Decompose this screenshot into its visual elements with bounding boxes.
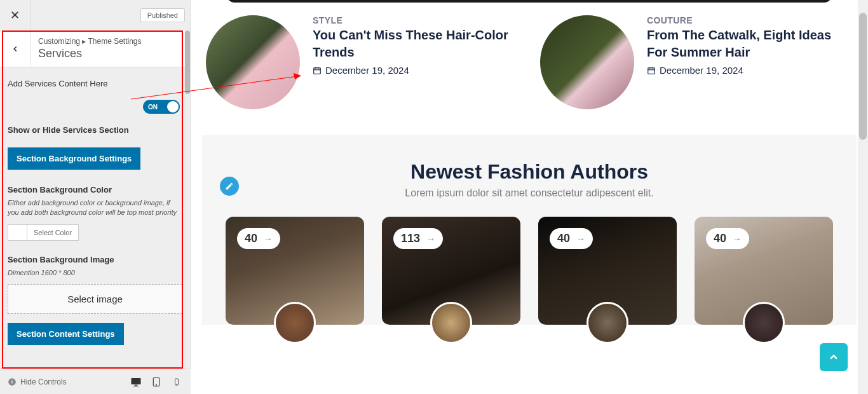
hero-edge bbox=[227, 0, 831, 3]
authors-section: Newest Fashion Authors Lorem ipsum dolor… bbox=[202, 135, 857, 325]
svg-point-5 bbox=[156, 384, 156, 385]
select-color-label: Select Color bbox=[27, 226, 78, 239]
articles-row: STYLE You Can't Miss These Hair-Color Tr… bbox=[202, 6, 857, 135]
panel-body: Add Services Content Here ON Show or Hid… bbox=[0, 79, 190, 345]
chevron-up-icon bbox=[827, 351, 840, 363]
article-card[interactable]: STYLE You Can't Miss These Hair-Color Tr… bbox=[206, 15, 519, 109]
authors-section-title: Newest Fashion Authors bbox=[215, 160, 844, 184]
article-body: COUTURE From The Catwalk, Eight Ideas Fo… bbox=[647, 15, 853, 109]
article-thumbnail bbox=[206, 15, 300, 109]
svg-rect-3 bbox=[133, 386, 139, 386]
author-card[interactable]: 40 → bbox=[538, 217, 677, 325]
arrow-right-icon: → bbox=[264, 234, 273, 244]
panel-heading: Customizing ▸ Theme Settings Services bbox=[0, 31, 190, 67]
arrow-right-icon: → bbox=[733, 234, 742, 244]
author-card[interactable]: 113 → bbox=[382, 217, 520, 325]
hide-controls-button[interactable]: Hide Controls bbox=[8, 377, 67, 386]
author-avatar bbox=[587, 302, 628, 344]
pencil-icon bbox=[225, 182, 234, 191]
article-card[interactable]: COUTURE From The Catwalk, Eight Ideas Fo… bbox=[540, 15, 853, 109]
panel-head-text: Customizing ▸ Theme Settings Services bbox=[31, 31, 149, 67]
show-hide-section-label: Show or Hide Services Section bbox=[8, 125, 182, 135]
svg-rect-2 bbox=[135, 384, 138, 385]
tablet-preview-button[interactable] bbox=[150, 376, 163, 388]
mobile-preview-button[interactable] bbox=[170, 376, 183, 388]
article-category: COUTURE bbox=[647, 15, 853, 25]
scrollbar-thumb[interactable] bbox=[859, 13, 867, 140]
window-scrollbar[interactable] bbox=[858, 0, 868, 394]
calendar-icon bbox=[313, 66, 322, 75]
author-card[interactable]: 40 → bbox=[695, 217, 833, 325]
author-card[interactable]: 40 → bbox=[226, 217, 364, 325]
desktop-preview-button[interactable] bbox=[130, 376, 142, 388]
page-title: Services bbox=[38, 47, 142, 60]
post-count-badge: 40 → bbox=[550, 228, 593, 249]
article-category: STYLE bbox=[313, 15, 519, 25]
preview-content: STYLE You Can't Miss These Hair-Color Tr… bbox=[191, 0, 868, 394]
back-button[interactable] bbox=[0, 31, 31, 67]
hide-controls-label: Hide Controls bbox=[20, 377, 67, 386]
close-button[interactable]: ✕ bbox=[0, 0, 31, 31]
toggle-knob-icon bbox=[167, 101, 179, 112]
author-avatar bbox=[430, 302, 472, 344]
authors-grid: 40 → 113 → 40 → bbox=[215, 217, 844, 325]
bg-color-heading: Section Background Color bbox=[8, 185, 182, 194]
color-swatch-icon bbox=[8, 225, 27, 240]
article-date-text: December 19, 2024 bbox=[325, 65, 409, 76]
badge-count: 40 bbox=[557, 232, 570, 245]
article-body: STYLE You Can't Miss These Hair-Color Tr… bbox=[313, 15, 519, 109]
section-content-settings-button[interactable]: Section Content Settings bbox=[8, 323, 124, 345]
device-preview-group bbox=[130, 376, 183, 388]
badge-count: 113 bbox=[401, 232, 420, 245]
badge-count: 40 bbox=[245, 232, 257, 245]
arrow-right-icon: → bbox=[576, 234, 585, 244]
bg-image-hint: Dimention 1600 * 800 bbox=[8, 268, 182, 278]
add-services-label: Add Services Content Here bbox=[8, 79, 182, 88]
svg-rect-1 bbox=[132, 378, 141, 384]
collapse-icon bbox=[8, 377, 17, 386]
article-title: You Can't Miss These Hair-Color Trends bbox=[313, 27, 519, 61]
toggle-row: ON bbox=[8, 100, 180, 114]
bg-image-heading: Section Background Image bbox=[8, 255, 182, 264]
bg-color-hint: Either add background color or backgroun… bbox=[8, 198, 182, 218]
author-avatar bbox=[274, 302, 316, 344]
svg-point-0 bbox=[8, 378, 16, 386]
post-count-badge: 40 → bbox=[706, 228, 749, 249]
show-hide-toggle[interactable]: ON bbox=[143, 100, 180, 114]
author-avatar bbox=[743, 302, 785, 344]
breadcrumb: Customizing ▸ Theme Settings bbox=[38, 37, 142, 46]
sidebar-topbar: ✕ Published bbox=[0, 0, 190, 31]
article-title: From The Catwalk, Eight Ideas For Summer… bbox=[647, 27, 853, 61]
mobile-icon bbox=[173, 376, 180, 388]
chevron-left-icon bbox=[11, 44, 20, 53]
svg-rect-10 bbox=[314, 67, 321, 73]
publish-status-button[interactable]: Published bbox=[140, 8, 185, 22]
post-count-badge: 40 → bbox=[237, 228, 280, 249]
arrow-right-icon: → bbox=[426, 234, 435, 244]
post-count-badge: 113 → bbox=[393, 228, 443, 249]
article-date-text: December 19, 2024 bbox=[660, 65, 743, 76]
select-image-button[interactable]: Select image bbox=[8, 284, 182, 314]
sidebar-scrollbar[interactable] bbox=[185, 31, 190, 94]
edit-section-button[interactable] bbox=[220, 177, 239, 196]
section-bg-settings-button[interactable]: Section Background Settings bbox=[8, 147, 140, 170]
toggle-on-label: ON bbox=[148, 104, 158, 111]
preview-frame: STYLE You Can't Miss These Hair-Color Tr… bbox=[191, 0, 868, 394]
color-picker-button[interactable]: Select Color bbox=[8, 224, 79, 241]
authors-section-subtitle: Lorem ipsum dolor sit amet consectetur a… bbox=[215, 187, 844, 199]
bottom-toolbar: Hide Controls bbox=[0, 369, 191, 394]
article-date: December 19, 2024 bbox=[313, 65, 519, 76]
scroll-to-top-button[interactable] bbox=[820, 343, 848, 371]
calendar-icon bbox=[647, 66, 656, 75]
article-thumbnail bbox=[540, 15, 634, 109]
customizer-sidebar: ✕ Published Customizing ▸ Theme Settings… bbox=[0, 0, 191, 394]
svg-point-7 bbox=[177, 384, 177, 384]
svg-rect-14 bbox=[648, 67, 655, 73]
tablet-icon bbox=[151, 376, 161, 388]
desktop-icon bbox=[130, 376, 142, 388]
badge-count: 40 bbox=[714, 232, 726, 245]
article-date: December 19, 2024 bbox=[647, 65, 853, 76]
